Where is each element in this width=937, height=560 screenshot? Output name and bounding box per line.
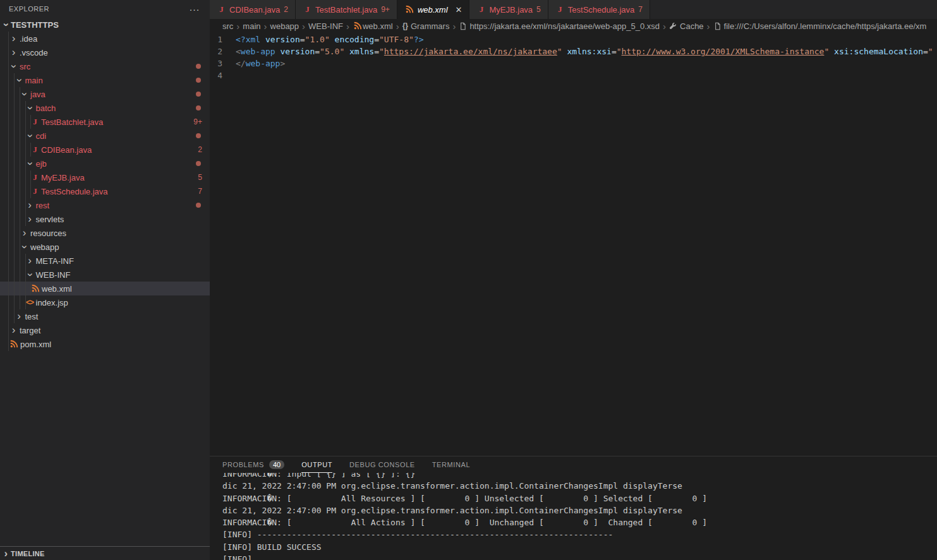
tree-item-label: CDIBean.java: [41, 145, 92, 155]
panel-tab-problems[interactable]: PROBLEMS40: [222, 456, 284, 473]
breadcrumb-label: https://jakarta.ee/xml/ns/jakartaee/web-…: [469, 21, 660, 31]
tab-testbatchlet-java[interactable]: JTestBatchlet.java9+: [296, 0, 397, 19]
document-link[interactable]: http://www.w3.org/2001/XMLSchema-instanc…: [622, 47, 825, 56]
panel-tab-label: DEBUG CONSOLE: [349, 461, 415, 468]
tree-item-label: TestBatchlet.java: [41, 117, 103, 127]
tab-web-xml[interactable]: web.xml✕: [397, 0, 470, 19]
java-file-icon: J: [30, 117, 40, 127]
breadcrumb-label: Grammars: [411, 21, 449, 31]
tab-label: MyEJB.java: [489, 5, 533, 15]
timeline-section-header[interactable]: › TIMELINE: [0, 546, 210, 560]
tab-label: TestBatchlet.java: [315, 5, 377, 15]
document-link[interactable]: https://jakarta.ee/xml/ns/jakartaee: [384, 47, 557, 56]
breadcrumb-item-grammars[interactable]: {}Grammars: [402, 21, 450, 31]
tree-item-label: TestSchedule.java: [41, 187, 108, 196]
more-actions-button[interactable]: ···: [190, 4, 200, 14]
tree-item-label: rest: [36, 201, 50, 210]
tree-item-pom-xml[interactable]: pom.xml: [0, 337, 210, 351]
panel-tab-bar: PROBLEMS40OUTPUTDEBUG CONSOLETERMINAL: [210, 456, 937, 473]
breadcrumb-item-web-xml[interactable]: web.xml: [353, 21, 393, 31]
tree-item-meta-inf[interactable]: ›META-INF: [0, 254, 210, 268]
tree-item-test[interactable]: ›test: [0, 309, 210, 323]
tab-label: web.xml: [418, 5, 448, 15]
breadcrumb: src›main›webapp›WEB-INF›web.xml›{}Gramma…: [210, 19, 937, 33]
breadcrumb-item-main[interactable]: main: [243, 21, 260, 31]
indent-guide: [30, 170, 31, 198]
panel-tab-terminal[interactable]: TERMINAL: [432, 456, 470, 473]
sidebar-header: EXPLORER ···: [0, 0, 210, 18]
chevron-down-icon: ›: [2, 20, 11, 30]
code-editor[interactable]: 1<?xml version="1.0" encoding="UTF-8"?>2…: [210, 33, 937, 81]
chevron-right-icon: ›: [25, 215, 35, 223]
tree-item-testbatchlet-java[interactable]: JTestBatchlet.java9+: [0, 115, 210, 129]
breadcrumb-item-cache[interactable]: Cache: [669, 21, 704, 31]
file-icon: [713, 22, 722, 30]
tree-item-cdi[interactable]: ›cdi: [0, 129, 210, 143]
tree-item-src[interactable]: ›src: [0, 59, 210, 73]
panel-tab-debug-console[interactable]: DEBUG CONSOLE: [349, 456, 415, 473]
java-file-icon: J: [30, 145, 40, 155]
breadcrumb-separator: ›: [663, 21, 666, 31]
file-tree: ›.idea›.vscode›src›main›java›batchJTestB…: [0, 32, 210, 351]
tree-item-myejb-java[interactable]: JMyEJB.java5: [0, 170, 210, 184]
tree-item-index-jsp[interactable]: <>index.jsp: [0, 295, 210, 309]
tree-item-idea[interactable]: ›.idea: [0, 32, 210, 45]
tree-item-label: test: [25, 312, 39, 321]
tree-item-label: target: [20, 326, 40, 335]
braces-icon: {}: [402, 21, 408, 30]
tab-bar: JCDIBean.java2JTestBatchlet.java9+web.xm…: [210, 0, 937, 19]
tree-item-servlets[interactable]: ›servlets: [0, 212, 210, 226]
indent-guide: [30, 282, 31, 295]
indent-guide: [30, 115, 31, 129]
tree-item-ejb[interactable]: ›ejb: [0, 157, 210, 170]
code-token: xsi:schemaLocation: [829, 47, 923, 56]
tree-item-batch[interactable]: ›batch: [0, 101, 210, 115]
code-line-1: 1<?xml version="1.0" encoding="UTF-8"?>: [210, 33, 937, 45]
breadcrumb-label: file:///C:/Users/alfon/.lemminx/cache/ht…: [724, 21, 927, 31]
problems-dot-badge: [196, 161, 201, 166]
indent-guide: [30, 143, 31, 157]
project-section-label: TESTHTTPS: [11, 20, 59, 30]
tree-item-rest[interactable]: ›rest: [0, 198, 210, 212]
problems-dot-badge: [196, 64, 201, 69]
chevron-right-icon: ›: [20, 229, 29, 237]
tree-item-label: META-INF: [36, 256, 74, 266]
problems-dot-badge: [196, 203, 201, 208]
tree-item-web-inf[interactable]: ›WEB-INF: [0, 268, 210, 282]
breadcrumb-item-file-c-users-alfon-lemminx-cac[interactable]: file:///C:/Users/alfon/.lemminx/cache/ht…: [713, 21, 927, 31]
tree-item-cdibean-java[interactable]: JCDIBean.java2: [0, 143, 210, 157]
tree-item-web-xml[interactable]: web.xml: [0, 282, 210, 295]
breadcrumb-item-https-jakarta-ee-xml-ns-jakart[interactable]: https://jakarta.ee/xml/ns/jakartaee/web-…: [459, 21, 660, 31]
line-number: 1: [210, 33, 236, 45]
breadcrumb-item-web-inf[interactable]: WEB-INF: [308, 21, 343, 31]
output-content[interactable]: INFORMACI�N: Input [ {} ] as [ {} ]: {} …: [210, 473, 937, 560]
tab-cdibean-java[interactable]: JCDIBean.java2: [210, 0, 296, 19]
close-icon[interactable]: ✕: [456, 5, 462, 15]
tree-item-main[interactable]: ›main: [0, 73, 210, 87]
breadcrumb-label: Cache: [680, 21, 704, 31]
tab-myejb-java[interactable]: JMyEJB.java5: [469, 0, 548, 19]
breadcrumb-item-src[interactable]: src: [222, 21, 233, 31]
panel-tab-output[interactable]: OUTPUT: [301, 456, 332, 473]
tree-item-webapp[interactable]: ›webapp: [0, 240, 210, 254]
tree-item-label: batch: [36, 104, 56, 113]
tree-item-vscode[interactable]: ›.vscode: [0, 45, 210, 59]
breadcrumb-item-webapp[interactable]: webapp: [270, 21, 299, 31]
tree-item-resources[interactable]: ›resources: [0, 226, 210, 240]
tree-item-testschedule-java[interactable]: JTestSchedule.java7: [0, 184, 210, 198]
chevron-right-icon: ›: [9, 326, 18, 335]
tree-item-label: main: [25, 76, 43, 85]
code-token: encoding: [330, 35, 374, 44]
tab-problems-badge: 5: [536, 5, 541, 14]
tree-item-label: MyEJB.java: [41, 173, 85, 182]
problems-count-badge: 40: [269, 460, 284, 469]
tree-item-java[interactable]: ›java: [0, 87, 210, 101]
project-section-header[interactable]: › TESTHTTPS: [0, 18, 210, 32]
tab-testschedule-java[interactable]: JTestSchedule.java7: [548, 0, 650, 19]
problems-count-badge: 7: [198, 187, 202, 196]
code-token: web-app: [246, 59, 281, 68]
tree-item-target[interactable]: ›target: [0, 323, 210, 337]
xml-file-icon: [9, 340, 19, 349]
tree-item-label: cdi: [36, 131, 47, 141]
panel-tab-label: PROBLEMS: [222, 461, 264, 468]
